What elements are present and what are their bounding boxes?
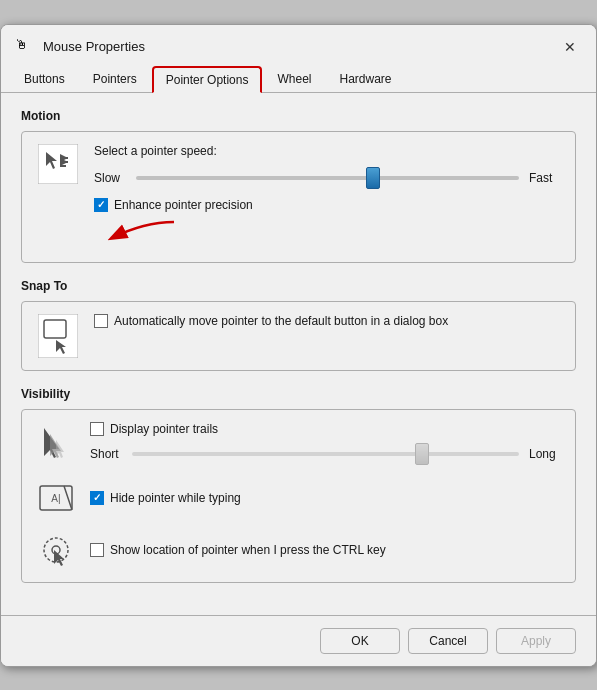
trails-label: Display pointer trails <box>110 422 218 436</box>
motion-box: Select a pointer speed: Slow Fast <box>21 131 576 263</box>
show-location-checkbox[interactable] <box>90 543 104 557</box>
red-arrow-annotation <box>94 218 184 246</box>
speed-slider-thumb[interactable] <box>366 167 380 189</box>
hide-cursor-icon: A| <box>36 478 76 518</box>
long-label: Long <box>529 447 561 461</box>
auto-snap-checkbox[interactable] <box>94 314 108 328</box>
apply-button[interactable]: Apply <box>496 628 576 654</box>
show-location-controls: Show location of pointer when I press th… <box>90 543 561 557</box>
svg-line-18 <box>64 486 72 510</box>
tab-pointer-options[interactable]: Pointer Options <box>152 66 263 93</box>
trails-slider-track <box>132 452 519 456</box>
motion-row: Select a pointer speed: Slow Fast <box>36 144 561 212</box>
title-bar: 🖱 Mouse Properties ✕ <box>1 25 596 59</box>
visibility-title: Visibility <box>21 387 576 401</box>
hide-typing-checkbox-row: Hide pointer while typing <box>90 491 561 505</box>
tab-buttons[interactable]: Buttons <box>11 66 78 93</box>
svg-text:A|: A| <box>51 493 60 504</box>
short-label: Short <box>90 447 122 461</box>
tab-bar: Buttons Pointers Pointer Options Wheel H… <box>1 59 596 93</box>
snap-to-title: Snap To <box>21 279 576 293</box>
trails-slider[interactable] <box>132 442 519 466</box>
hide-typing-controls: Hide pointer while typing <box>90 491 561 505</box>
motion-title: Motion <box>21 109 576 123</box>
tab-wheel[interactable]: Wheel <box>264 66 324 93</box>
ok-button[interactable]: OK <box>320 628 400 654</box>
cancel-button[interactable]: Cancel <box>408 628 488 654</box>
enhance-precision-checkbox[interactable] <box>94 198 108 212</box>
annotation-area <box>36 218 561 246</box>
auto-snap-label: Automatically move pointer to the defaul… <box>114 314 448 328</box>
snap-to-row: Automatically move pointer to the defaul… <box>36 314 561 358</box>
tab-pointers[interactable]: Pointers <box>80 66 150 93</box>
trails-cursor-icon <box>36 424 76 464</box>
trails-checkbox-row: Display pointer trails <box>90 422 561 436</box>
snap-cursor-icon <box>38 314 78 358</box>
snap-to-section: Snap To Automatically m <box>21 279 576 371</box>
speed-slider-row: Slow Fast <box>94 166 561 190</box>
visibility-section: Visibility Display pointer t <box>21 387 576 583</box>
trails-slider-thumb[interactable] <box>415 443 429 465</box>
trails-slider-row: Short Long <box>90 442 561 466</box>
hide-typing-icon: A| <box>36 478 76 518</box>
trails-controls: Display pointer trails Short Long <box>90 422 561 466</box>
auto-snap-row: Automatically move pointer to the defaul… <box>94 314 561 328</box>
slow-label: Slow <box>94 171 126 185</box>
snap-to-box: Automatically move pointer to the defaul… <box>21 301 576 371</box>
trails-row: Display pointer trails Short Long <box>36 422 561 466</box>
svg-rect-0 <box>38 144 78 184</box>
speed-slider-track <box>136 176 519 180</box>
visibility-box: Display pointer trails Short Long <box>21 409 576 583</box>
close-button[interactable]: ✕ <box>558 35 582 59</box>
speed-label: Select a pointer speed: <box>94 144 561 158</box>
location-cursor-icon <box>36 530 76 570</box>
snap-to-controls: Automatically move pointer to the defaul… <box>94 314 561 328</box>
motion-controls: Select a pointer speed: Slow Fast <box>94 144 561 212</box>
motion-icon-area <box>36 144 80 184</box>
enhance-precision-row: Enhance pointer precision <box>94 198 561 212</box>
tab-hardware[interactable]: Hardware <box>326 66 404 93</box>
show-location-icon <box>36 530 76 570</box>
window-title: Mouse Properties <box>43 39 145 54</box>
show-location-row: Show location of pointer when I press th… <box>36 530 561 570</box>
show-location-checkbox-row: Show location of pointer when I press th… <box>90 543 561 557</box>
hide-typing-checkbox[interactable] <box>90 491 104 505</box>
speed-slider[interactable] <box>136 166 519 190</box>
footer: OK Cancel Apply <box>1 615 596 666</box>
show-location-label: Show location of pointer when I press th… <box>110 543 386 557</box>
window-icon: 🖱 <box>15 37 35 57</box>
fast-label: Fast <box>529 171 561 185</box>
trails-icon <box>36 424 76 464</box>
motion-section: Motion <box>21 109 576 263</box>
enhance-precision-label: Enhance pointer precision <box>114 198 253 212</box>
hide-typing-row: A| Hide pointer while typing <box>36 478 561 518</box>
content-area: Motion <box>1 93 596 615</box>
motion-cursor-icon <box>38 144 78 184</box>
trails-checkbox[interactable] <box>90 422 104 436</box>
title-bar-left: 🖱 Mouse Properties <box>15 37 145 57</box>
snap-icon-area <box>36 314 80 358</box>
hide-typing-label: Hide pointer while typing <box>110 491 241 505</box>
mouse-properties-dialog: 🖱 Mouse Properties ✕ Buttons Pointers Po… <box>0 24 597 667</box>
